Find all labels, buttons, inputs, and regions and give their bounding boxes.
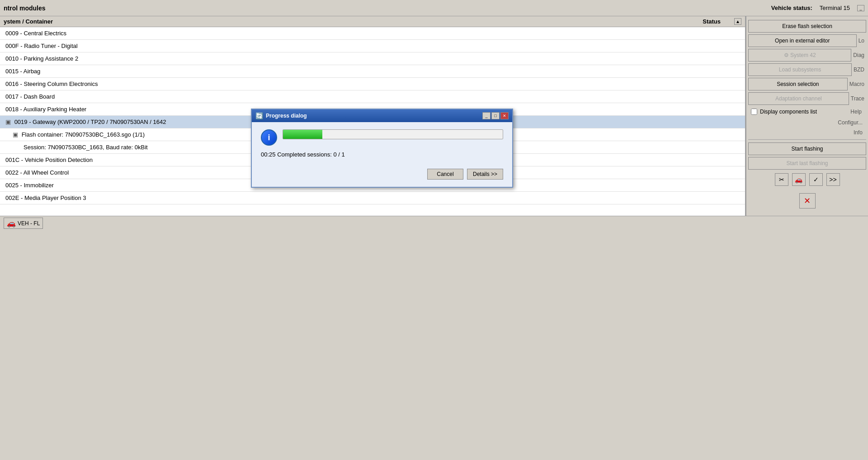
dialog-overlay: 🔄 Progress dialog _ □ ✕ i 00:25 Complete… [0,0,868,460]
progress-bar-fill [283,130,322,139]
dialog-body: i 00:25 Completed sessions: 0 / 1 [252,122,512,165]
dialog-footer: Cancel Details >> [252,165,512,187]
progress-bar-container [283,129,503,139]
dialog-close-button[interactable]: ✕ [500,112,509,119]
details-button[interactable]: Details >> [467,169,503,180]
dialog-minimize-button[interactable]: _ [482,112,491,119]
progress-dialog: 🔄 Progress dialog _ □ ✕ i 00:25 Complete… [251,109,513,188]
dialog-titlebar: 🔄 Progress dialog _ □ ✕ [252,109,512,122]
info-icon: i [261,129,277,146]
dialog-maximize-button[interactable]: □ [491,112,500,119]
progress-bar-track [283,129,503,139]
dialog-control-buttons: _ □ ✕ [482,112,509,119]
dialog-title-icon: 🔄 [255,112,263,119]
dialog-title-text: Progress dialog [266,113,480,119]
dialog-info-row: i [261,129,503,146]
cancel-button[interactable]: Cancel [427,169,463,180]
dialog-status-text: 00:25 Completed sessions: 0 / 1 [261,151,503,158]
